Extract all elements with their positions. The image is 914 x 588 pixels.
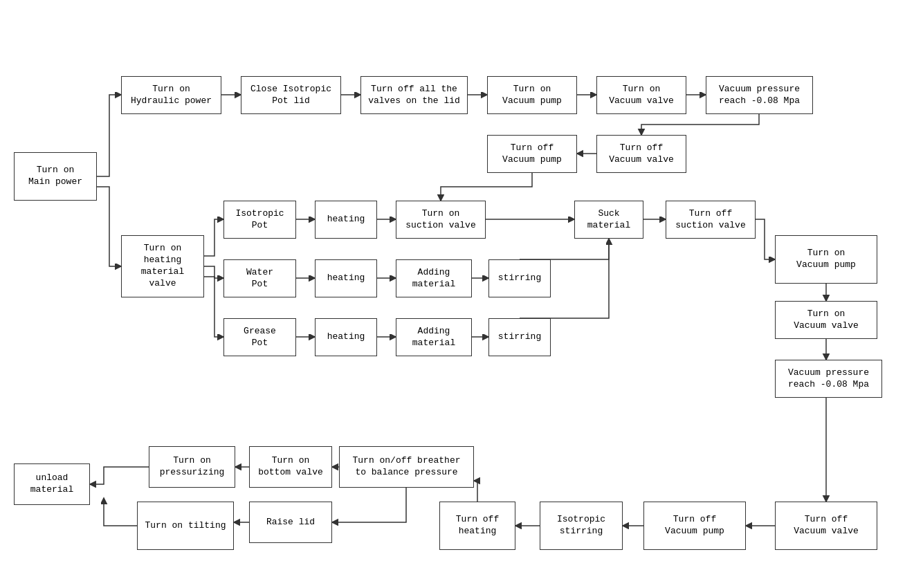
turn-on-tilting: Turn on tilting xyxy=(137,502,234,550)
turn-off-suction: Turn off suction valve xyxy=(666,201,756,239)
turn-off-heating: Turn off heating xyxy=(439,502,515,550)
adding-material-grease: Adding material xyxy=(396,318,472,356)
balance-pressure: Turn on/off breather to balance pressure xyxy=(339,446,474,488)
turn-off-vac-pump-mid: Turn off Vacuum pump xyxy=(487,135,577,173)
diagram: Turn on Main powerTurn on Hydraulic powe… xyxy=(0,0,914,588)
turn-on-suction: Turn on suction valve xyxy=(396,201,486,239)
turn-on-vac-pump-top: Turn on Vacuum pump xyxy=(487,76,577,114)
vac-pressure-bottom: Vacuum pressure reach -0.08 Mpa xyxy=(775,360,882,398)
close-lid: Close Isotropic Pot lid xyxy=(241,76,341,114)
unload-material: unload material xyxy=(14,463,90,505)
suck-material: Suck material xyxy=(574,201,643,239)
turn-on-vac-valve-right: Turn on Vacuum valve xyxy=(775,301,877,339)
grease-pot: Grease Pot xyxy=(223,318,296,356)
adding-material-water: Adding material xyxy=(396,259,472,297)
raise-lid: Raise lid xyxy=(249,502,332,543)
turn-off-vac-pump-bottom: Turn off Vacuum pump xyxy=(643,502,746,550)
heating-iso: heating xyxy=(315,201,377,239)
turn-on-vac-pump-right: Turn on Vacuum pump xyxy=(775,235,877,284)
main-power: Turn on Main power xyxy=(14,152,97,201)
isotropic-pot: Isotropic Pot xyxy=(223,201,296,239)
turn-on-vac-valve-top: Turn on Vacuum valve xyxy=(596,76,686,114)
heating-valve: Turn on heating material valve xyxy=(121,235,204,297)
water-pot: Water Pot xyxy=(223,259,296,297)
isotropic-stirring: Isotropic stirring xyxy=(540,502,623,550)
hydraulic: Turn on Hydraulic power xyxy=(121,76,221,114)
heating-water: heating xyxy=(315,259,377,297)
turn-off-vac-valve-mid: Turn off Vacuum valve xyxy=(596,135,686,173)
stirring-grease: stirring xyxy=(488,318,551,356)
vac-pressure-top: Vacuum pressure reach -0.08 Mpa xyxy=(706,76,813,114)
turn-off-valves: Turn off all the valves on the lid xyxy=(360,76,468,114)
stirring-water: stirring xyxy=(488,259,551,297)
turn-on-pressurizing: Turn on pressurizing xyxy=(149,446,235,488)
turn-off-vac-valve-bottom: Turn off Vacuum valve xyxy=(775,502,877,550)
turn-on-bottom-valve: Turn on bottom valve xyxy=(249,446,332,488)
heating-grease: heating xyxy=(315,318,377,356)
